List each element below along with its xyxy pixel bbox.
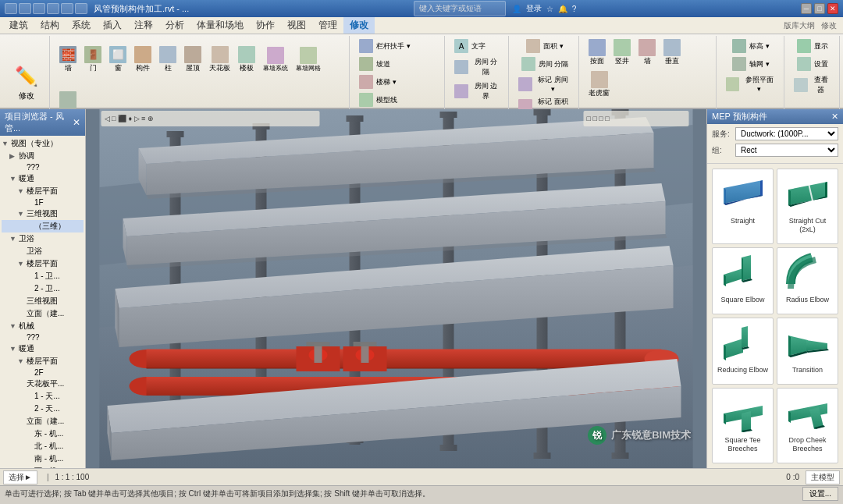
tree-item-3d[interactable]: （三维） — [2, 220, 84, 232]
shaft-btn[interactable]: 竖井 — [610, 37, 634, 68]
menu-item-tiliang[interactable]: 体量和场地 — [190, 17, 250, 34]
menu-item-jianzu[interactable]: 建筑 — [3, 17, 34, 34]
select-all-label[interactable]: 选择► — [3, 470, 37, 484]
menu-item-fenxi[interactable]: 分析 — [159, 17, 190, 34]
ramp-button[interactable]: 坡道 — [356, 55, 393, 73]
railing-button[interactable]: 栏杆扶手 ▾ — [356, 37, 414, 55]
grid-btn[interactable]: 轴网 ▾ — [729, 55, 773, 73]
tree-item-elev2[interactable]: 立面（建... — [2, 415, 84, 428]
column-button[interactable]: 柱 — [156, 44, 180, 75]
menu-item-xiezuo[interactable]: 协作 — [250, 17, 281, 34]
roof-button[interactable]: 屋顶 — [181, 44, 205, 75]
room-tag-btn[interactable]: 标记 房间 ▾ — [515, 73, 574, 94]
room-split-btn[interactable]: 房间 分隔 — [518, 55, 572, 73]
window-button[interactable]: ⬜窗 — [106, 44, 130, 75]
menu-item-xitong[interactable]: 系统 — [66, 17, 97, 34]
tree-item-hvac[interactable]: ▼ 暖通 — [2, 172, 84, 185]
curtain-grid-button[interactable]: 幕墙网格 — [293, 45, 324, 74]
tree-item-fp2[interactable]: ▼ 楼层平面 — [2, 257, 84, 270]
workplane-btn[interactable]: 主模型 — [806, 470, 840, 484]
mep-item-reducing-elbow[interactable]: Reducing Elbow — [712, 318, 774, 385]
text-button[interactable]: A文字 — [451, 37, 489, 55]
refplane-btn[interactable]: 参照平面 ▾ — [723, 73, 779, 94]
level-btn[interactable]: 标高 ▾ — [729, 37, 773, 55]
tree-item-plumbing[interactable]: ▼ 卫浴 — [2, 232, 84, 245]
face-opening-btn[interactable]: 按面 — [585, 37, 609, 68]
project-browser-header[interactable]: 项目浏览器 - 风管... ✕ — [0, 109, 85, 136]
dormer-btn[interactable]: 老虎窗 — [585, 69, 613, 100]
tree-item-2f[interactable]: 2F — [2, 367, 84, 378]
tree-item-p2[interactable]: 2 - 卫... — [2, 282, 84, 295]
component-button[interactable]: 构件 — [131, 44, 155, 75]
ramp-icon — [359, 57, 373, 71]
qa-btn[interactable] — [33, 3, 45, 14]
ceiling-button[interactable]: 天花板 — [206, 44, 233, 75]
qa-btn[interactable] — [61, 3, 73, 14]
tree-item-elev1[interactable]: 立面（建... — [2, 307, 84, 320]
group-label: 组: — [712, 145, 735, 156]
group-select[interactable]: Rect — [735, 144, 838, 157]
tree-view[interactable]: ▼ 视图（专业） ▶ 协调 ??? ▼ 暖通 ▼ 楼层平面 1F — [0, 136, 85, 468]
tree-item-north[interactable]: 北 - 机... — [2, 440, 84, 453]
tree-item-p1[interactable]: 1 - 卫... — [2, 270, 84, 282]
vertical-btn[interactable]: 垂直 — [660, 37, 684, 68]
door-button[interactable]: 🚪门 — [81, 44, 105, 75]
tree-item-east[interactable]: 东 - 机... — [2, 428, 84, 440]
qa-btn[interactable] — [47, 3, 59, 14]
close-button[interactable]: ✕ — [827, 3, 838, 14]
tree-item-hvac2[interactable]: ▼ 暖通 — [2, 343, 84, 355]
minimize-button[interactable]: ─ — [801, 3, 812, 14]
mep-item-square-tee[interactable]: Square Tee Breeches — [712, 388, 774, 463]
tree-item-1f[interactable]: 1F — [2, 197, 84, 208]
wall-opening-btn[interactable]: 墙 — [635, 37, 659, 68]
tree-item-c1[interactable]: 1 - 天... — [2, 390, 84, 403]
qa-btn[interactable] — [19, 3, 31, 14]
floor-button[interactable]: 楼板 — [235, 44, 258, 75]
room-bound-button[interactable]: 房间 边界 — [451, 80, 503, 103]
curtain-system-button[interactable]: 幕墙系统 — [260, 45, 291, 74]
mep-item-transition[interactable]: Transition — [777, 318, 838, 385]
tree-item-3dview2[interactable]: 三维视图 — [2, 295, 84, 307]
set-wp-btn[interactable]: 设置 — [794, 55, 831, 73]
settings-button[interactable]: 设置... — [802, 487, 838, 501]
menu-item-jiegou[interactable]: 结构 — [34, 17, 66, 34]
viewer-wp-btn[interactable]: 查看器 — [791, 73, 834, 97]
qa-btn[interactable] — [75, 3, 87, 14]
room-sep-button[interactable]: 房间 分隔 — [451, 55, 503, 79]
model-line-button[interactable]: 模型线 — [356, 91, 400, 108]
mep-item-drop-cheek[interactable]: Drop Cheek Breeches — [777, 388, 838, 463]
show-wp-btn[interactable]: 显示 — [794, 37, 831, 55]
area-btn[interactable]: 面积 ▾ — [523, 37, 567, 55]
tree-item-views[interactable]: ▼ 视图（专业） — [2, 137, 84, 150]
tree-item-west[interactable]: 西 - 机... — [2, 465, 84, 468]
mep-panel-close[interactable]: ✕ — [831, 112, 838, 122]
tree-item-fp3[interactable]: ▼ 楼层平面 — [2, 355, 84, 367]
menu-item-charu[interactable]: 插入 — [97, 17, 128, 34]
mep-item-square-elbow[interactable]: Square Elbow — [712, 247, 774, 314]
wall-button[interactable]: 🧱墙 — [56, 44, 80, 75]
tree-item-mech[interactable]: ▼ 机械 — [2, 320, 84, 332]
menu-item-shitu[interactable]: 视图 — [281, 17, 312, 34]
tree-item-coordination[interactable]: ▶ 协调 — [2, 150, 84, 162]
menu-item-xiugai[interactable]: 修改 — [343, 17, 375, 34]
tree-item-ceiling[interactable]: 天花板平... — [2, 378, 84, 390]
tree-item-floor-plan[interactable]: ▼ 楼层平面 — [2, 185, 84, 197]
menu-item-zhushi[interactable]: 注释 — [128, 17, 159, 34]
mep-item-radius-elbow[interactable]: Radius Elbow — [777, 247, 838, 314]
viewport[interactable]: ◁ □ ⬛ ♦ ▷ ≡ ⊕ □ □ □ □ 锐 广东锐意BIM技术 — [86, 109, 706, 468]
stair-button[interactable]: 楼梯 ▾ — [356, 73, 400, 91]
service-select[interactable]: Ductwork: (1000P... — [735, 127, 838, 140]
tree-item-q1[interactable]: ??? — [2, 162, 84, 172]
mep-item-straight-cut[interactable]: Straight Cut (2xL) — [777, 169, 838, 244]
tree-item-plumbing2[interactable]: 卫浴 — [2, 245, 84, 257]
mep-item-straight[interactable]: Straight — [712, 169, 774, 244]
tree-item-c2[interactable]: 2 - 天... — [2, 403, 84, 415]
tree-item-q2[interactable]: ??? — [2, 332, 84, 343]
tree-item-south[interactable]: 南 - 机... — [2, 453, 84, 465]
search-box[interactable]: 键入关键字或短语 — [414, 1, 506, 16]
project-browser-close[interactable]: ✕ — [73, 117, 80, 128]
tree-item-3d-view[interactable]: ▼ 三维视图 — [2, 208, 84, 220]
menu-item-guanli[interactable]: 管理 — [312, 17, 343, 34]
modify-button[interactable]: ✏️ 修改 — [8, 59, 45, 105]
maximize-button[interactable]: □ — [814, 3, 825, 14]
